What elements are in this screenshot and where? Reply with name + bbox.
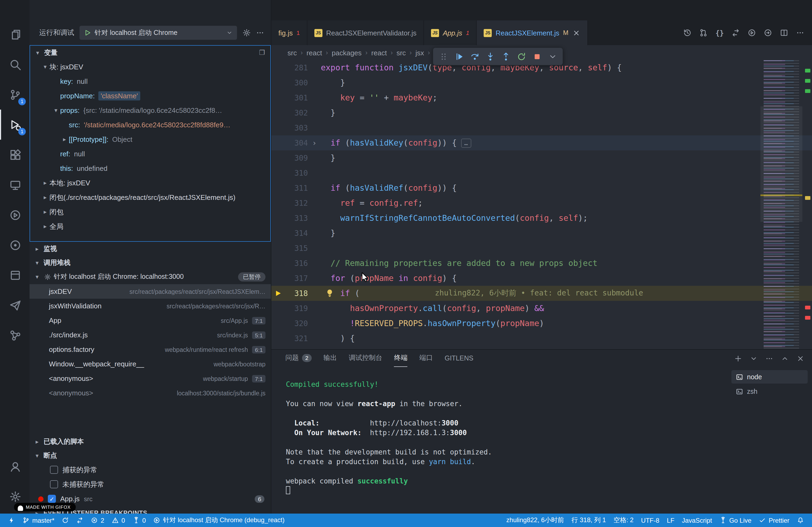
status-debug-session[interactable]: 针对 localhost 启动 Chrome (debug_react)	[150, 514, 288, 527]
status-warnings[interactable]: 0	[108, 514, 129, 527]
panel-tab-终端[interactable]: 终端	[394, 350, 408, 367]
variable-row[interactable]: ▸本地: jsxDEV	[30, 176, 270, 190]
activity-item-extensions[interactable]	[0, 140, 30, 170]
code-line[interactable]: 304› if (hasValidKey(config)) {…	[271, 135, 812, 150]
pull-request-icon[interactable]	[699, 28, 708, 37]
minimap-slider[interactable]	[760, 106, 802, 222]
breakpoint-row[interactable]: 未捕获的异常	[30, 477, 271, 492]
close-panel-icon[interactable]	[796, 354, 804, 362]
activity-item-record[interactable]	[0, 230, 30, 260]
stack-frame[interactable]: jsxWithValidationsrc/react/packages/reac…	[30, 299, 271, 313]
status-compare[interactable]	[73, 514, 87, 527]
terminal-picker-icon[interactable]	[750, 354, 758, 362]
activity-item-explorer[interactable]	[0, 19, 30, 49]
status-eol[interactable]: LF	[663, 514, 678, 527]
activity-item-remote-explorer[interactable]	[0, 170, 30, 200]
close-icon[interactable]	[572, 29, 580, 37]
stack-frame[interactable]: options.factorywebpack/runtime/react ref…	[30, 342, 271, 357]
minimap[interactable]	[760, 60, 802, 349]
stack-frame[interactable]: jsxDEVsrc/react/packages/react/src/jsx/R…	[30, 284, 271, 299]
section-variables[interactable]: ▾ 变量 ❐	[30, 46, 270, 60]
status-remote[interactable]	[4, 514, 19, 527]
step-into-button[interactable]	[483, 49, 497, 63]
code-line[interactable]: 309 }	[271, 150, 812, 165]
status-indentation[interactable]: 空格: 2	[610, 514, 637, 527]
panel-tab-端口[interactable]: 端口	[419, 350, 433, 367]
debug-session-row[interactable]: ▾针对 localhost 启动 Chrome: localhost:3000已…	[30, 270, 271, 284]
code-line[interactable]: 311 if (hasValidRef(config)) {	[271, 180, 812, 195]
breadcrumb-item[interactable]: react	[307, 49, 322, 57]
activity-item-deploy[interactable]	[0, 290, 30, 320]
breakpoint-checkbox[interactable]: ✓	[48, 495, 56, 503]
stack-frame[interactable]: Appsrc/App.js7:1	[30, 313, 271, 328]
breadcrumb-item[interactable]: src	[396, 49, 406, 57]
activity-item-account[interactable]	[0, 451, 30, 481]
status-language-mode[interactable]: JavaScript	[678, 514, 716, 527]
status-problems[interactable]: 2	[87, 514, 108, 527]
editor-tab-ReactJSXElementValidator.js[interactable]: JSReactJSXElementValidator.js	[307, 20, 424, 45]
braces-icon[interactable]: {}	[715, 29, 724, 37]
variable-row[interactable]: ▾props:{src: '/static/media/logo.6ce24c5…	[30, 103, 270, 118]
code-line[interactable]: 315	[271, 241, 812, 256]
variable-row[interactable]: ▾块: jsxDEV	[30, 60, 270, 74]
code-line[interactable]: 312 ref = config.ref;	[271, 195, 812, 210]
panel-tab-调试控制台[interactable]: 调试控制台	[349, 350, 382, 367]
status-prettier[interactable]: Prettier	[755, 514, 793, 527]
terminal-output[interactable]: Compiled successfully!You can now view r…	[271, 367, 731, 514]
code-line[interactable]: 314 }	[271, 225, 812, 241]
go-forward-icon[interactable]	[764, 28, 772, 37]
breadcrumb-item[interactable]: src	[288, 49, 297, 57]
code-line[interactable]: 321 ) {	[271, 331, 812, 346]
status-encoding[interactable]: UTF-8	[637, 514, 663, 527]
editor-tab-App.js[interactable]: JSApp.js1	[424, 20, 477, 45]
step-over-button[interactable]	[467, 49, 481, 63]
variable-row[interactable]: ▸全局	[30, 219, 270, 234]
run-file-icon[interactable]	[748, 28, 756, 37]
timeline-icon[interactable]	[683, 28, 692, 37]
section-breakpoints[interactable]: ▾ 断点	[30, 449, 271, 463]
status-ports[interactable]: 0	[129, 514, 149, 527]
fold-chevron-icon[interactable]: ›	[308, 138, 321, 147]
status-notifications[interactable]	[793, 514, 808, 527]
variable-row[interactable]: ▸[[Prototype]]:Object	[30, 132, 270, 147]
activity-item-search[interactable]	[0, 49, 30, 79]
section-callstack[interactable]: ▾ 调用堆栈	[30, 256, 271, 270]
move-view-icon[interactable]: ❐	[259, 49, 265, 56]
code-editor[interactable]: 281export function jsxDEV(type, config, …	[271, 60, 812, 349]
stack-frame[interactable]: <anonymous>webpack/startup7:1	[30, 371, 271, 386]
variable-row[interactable]: this:undefined	[30, 161, 270, 176]
code-line[interactable]: 318 if (zhuling822, 6小时前 • feat: del rea…	[271, 286, 812, 301]
code-line[interactable]: 310	[271, 165, 812, 180]
gear-icon[interactable]	[242, 28, 251, 37]
activity-item-source-control[interactable]: 1	[0, 79, 30, 109]
stop-button[interactable]	[530, 49, 544, 63]
status-cursor-position[interactable]: 行 318, 列 1	[568, 514, 610, 527]
breakpoint-checkbox[interactable]	[50, 480, 58, 488]
editor-tab-ReactJSXElement.js[interactable]: JSReactJSXElement.jsM	[477, 20, 588, 45]
status-sync[interactable]	[58, 514, 73, 527]
stack-frame[interactable]: Window.__webpack_require__webpack/bootst…	[30, 357, 271, 371]
more-icon[interactable]	[765, 354, 773, 362]
code-line[interactable]: 300 }	[271, 75, 812, 90]
folded-code-ellipsis[interactable]: …	[461, 138, 471, 147]
code-line[interactable]: 313 warnIfStringRefCannotBeAutoConverted…	[271, 210, 812, 225]
code-line[interactable]: 322 props[propName] = config[propName];	[271, 346, 812, 349]
drag-handle-button[interactable]	[436, 49, 450, 63]
activity-item-live-preview[interactable]	[0, 200, 30, 230]
code-line[interactable]: 301 key = '' + maybeKey;	[271, 90, 812, 105]
split-editor-icon[interactable]	[780, 28, 788, 37]
code-line[interactable]: 316 // Remaining properties are added to…	[271, 256, 812, 271]
code-line[interactable]: 317 for (propName in config) {	[271, 271, 812, 286]
section-loaded-scripts[interactable]: ▸ 已载入的脚本	[30, 435, 271, 449]
restart-button[interactable]	[514, 49, 528, 63]
breakpoint-checkbox[interactable]	[50, 466, 58, 474]
breadcrumb-item[interactable]: react	[371, 49, 387, 57]
more-actions-icon[interactable]	[796, 28, 804, 37]
status-branch[interactable]: master*	[19, 514, 58, 527]
variable-row[interactable]: ref:null	[30, 147, 270, 161]
new-terminal-icon[interactable]	[734, 354, 742, 362]
variable-row[interactable]: key:null	[30, 74, 270, 89]
code-line[interactable]: 320 !RESERVED_PROPS.hasOwnProperty(propN…	[271, 316, 812, 331]
terminal-instance-node[interactable]: node	[731, 370, 808, 383]
activity-item-project-graph[interactable]	[0, 320, 30, 350]
